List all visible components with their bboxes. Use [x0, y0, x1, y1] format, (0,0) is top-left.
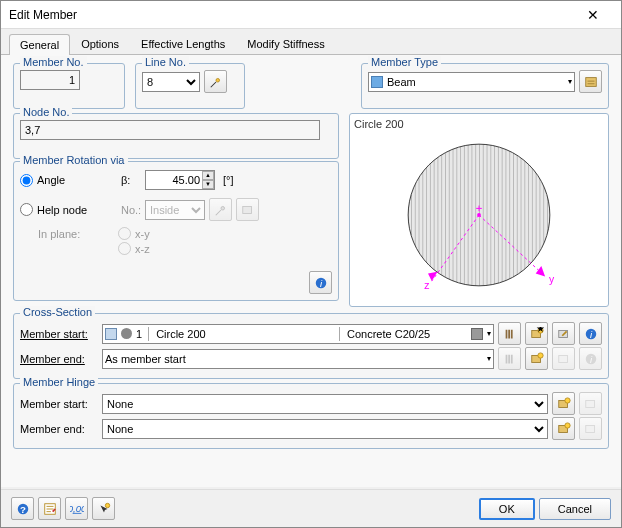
- rotation-helpnode-label: Help node: [37, 204, 117, 216]
- circle-shape-icon: [121, 328, 132, 339]
- svg-point-33: [564, 422, 569, 427]
- beam-color-swatch: [371, 76, 383, 88]
- plane-xy-label: x-y: [135, 228, 150, 240]
- close-icon[interactable]: ✕: [573, 3, 613, 27]
- svg-marker-13: [536, 266, 545, 276]
- tab-options[interactable]: Options: [70, 33, 130, 54]
- cancel-button[interactable]: Cancel: [539, 498, 611, 520]
- cs-end-select[interactable]: As member start ▾: [102, 349, 494, 369]
- svg-point-2: [221, 206, 225, 210]
- member-type-label: Member Type: [368, 56, 441, 68]
- hinge-label: Member Hinge: [20, 376, 98, 388]
- chevron-down-icon: ▾: [487, 329, 491, 338]
- svg-text:0,00: 0,00: [70, 502, 84, 513]
- pick-line-icon[interactable]: [204, 70, 227, 93]
- inplane-label: In plane:: [38, 228, 114, 240]
- cs-color-swatch: [105, 328, 117, 340]
- svg-text:y: y: [549, 274, 555, 285]
- hinge-end-new-icon[interactable]: [552, 417, 575, 440]
- cs-info-icon[interactable]: i: [579, 322, 602, 345]
- svg-text:★: ★: [536, 327, 544, 334]
- node-no-label: Node No.: [20, 106, 72, 118]
- pick-icon[interactable]: [92, 497, 115, 520]
- preview-title: Circle 200: [354, 118, 604, 130]
- cs-edit-icon[interactable]: [552, 322, 575, 345]
- cs-start-id: 1: [136, 328, 142, 340]
- material-swatch: [471, 328, 483, 340]
- member-no-input[interactable]: [20, 70, 80, 90]
- member-type-value: Beam: [387, 76, 416, 88]
- line-no-label: Line No.: [142, 56, 189, 68]
- cs-start-name: Circle 200: [156, 328, 333, 340]
- chevron-down-icon: ▾: [487, 354, 491, 363]
- chevron-down-icon: ▾: [568, 77, 572, 86]
- svg-rect-26: [558, 355, 567, 362]
- member-type-select[interactable]: Beam ▾: [368, 72, 575, 92]
- cs-end-info-icon: i: [579, 347, 602, 370]
- cs-start-material: Concrete C20/25: [347, 328, 467, 340]
- tab-effective-lengths[interactable]: Effective Lengths: [130, 33, 236, 54]
- beta-symbol: β:: [121, 174, 141, 186]
- hinge-end-select[interactable]: None: [102, 419, 548, 439]
- plane-xy-radio: [118, 227, 131, 240]
- cs-member-start-label: Member start:: [20, 328, 98, 340]
- pick-node-icon: [209, 198, 232, 221]
- cs-end-library-icon[interactable]: [498, 347, 521, 370]
- svg-point-0: [216, 78, 220, 82]
- units-icon[interactable]: 0,00: [65, 497, 88, 520]
- spin-up-icon[interactable]: ▲: [202, 171, 214, 180]
- cs-end-edit-icon: [552, 347, 575, 370]
- hinge-end-edit-icon: [579, 417, 602, 440]
- svg-point-39: [105, 503, 109, 507]
- rotation-angle-label: Angle: [37, 174, 117, 186]
- svg-rect-1: [585, 77, 596, 86]
- node-no-input[interactable]: [20, 120, 320, 140]
- cs-member-end-label: Member end:: [20, 353, 98, 365]
- member-type-settings-icon[interactable]: [579, 70, 602, 93]
- cs-end-value: As member start: [105, 353, 483, 365]
- cs-library-icon[interactable]: [498, 322, 521, 345]
- new-node-icon: [236, 198, 259, 221]
- svg-rect-34: [585, 425, 594, 432]
- rotation-helpnode-radio[interactable]: [20, 203, 33, 216]
- svg-text:z: z: [424, 280, 429, 291]
- member-no-label: Member No.: [20, 56, 87, 68]
- svg-point-15: [477, 213, 481, 217]
- help-icon[interactable]: ?: [11, 497, 34, 520]
- svg-rect-3: [242, 206, 251, 213]
- cs-start-select[interactable]: 1 Circle 200 Concrete C20/25 ▾: [102, 324, 494, 344]
- rotation-angle-radio[interactable]: [20, 174, 33, 187]
- spin-down-icon[interactable]: ▼: [202, 180, 214, 189]
- svg-point-25: [537, 352, 542, 357]
- helpnode-no-label: No.:: [121, 204, 141, 216]
- rotation-info-icon[interactable]: i: [309, 271, 332, 294]
- hinge-start-label: Member start:: [20, 398, 98, 410]
- ok-button[interactable]: OK: [479, 498, 535, 520]
- cross-section-preview: Circle 200 z y: [349, 113, 609, 307]
- helpnode-select: Inside: [145, 200, 205, 220]
- window-title: Edit Member: [9, 8, 573, 22]
- rotation-label: Member Rotation via: [20, 154, 128, 166]
- hinge-end-label: Member end:: [20, 423, 98, 435]
- comment-icon[interactable]: [38, 497, 61, 520]
- cross-section-label: Cross-Section: [20, 306, 95, 318]
- line-no-select[interactable]: 8: [142, 72, 200, 92]
- svg-rect-31: [585, 400, 594, 407]
- plane-xz-radio: [118, 242, 131, 255]
- hinge-start-edit-icon: [579, 392, 602, 415]
- cs-end-new-icon[interactable]: [525, 347, 548, 370]
- tab-bar: General Options Effective Lengths Modify…: [1, 29, 621, 55]
- hinge-start-new-icon[interactable]: [552, 392, 575, 415]
- svg-text:?: ?: [20, 503, 26, 514]
- tab-general[interactable]: General: [9, 34, 70, 55]
- hinge-start-select[interactable]: None: [102, 394, 548, 414]
- cs-new-icon[interactable]: ★: [525, 322, 548, 345]
- angle-unit: [°]: [223, 174, 234, 186]
- tab-modify-stiffness[interactable]: Modify Stiffness: [236, 33, 335, 54]
- plane-xz-label: x-z: [135, 243, 150, 255]
- svg-point-30: [564, 397, 569, 402]
